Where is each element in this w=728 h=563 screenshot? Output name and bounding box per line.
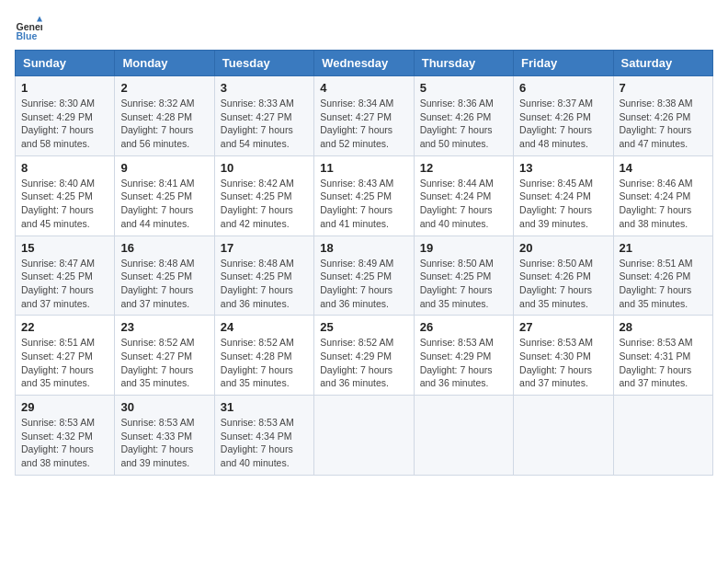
day-detail: Sunrise: 8:50 AMSunset: 4:25 PMDaylight:…	[420, 258, 494, 309]
calendar-week-row: 8 Sunrise: 8:40 AMSunset: 4:25 PMDayligh…	[16, 155, 713, 236]
calendar-day-cell: 8 Sunrise: 8:40 AMSunset: 4:25 PMDayligh…	[16, 155, 115, 236]
day-number: 17	[221, 241, 308, 255]
weekday-header: Wednesday	[314, 51, 414, 76]
day-detail: Sunrise: 8:51 AMSunset: 4:27 PMDaylight:…	[21, 337, 95, 388]
calendar-day-cell: 23 Sunrise: 8:52 AMSunset: 4:27 PMDaylig…	[115, 316, 214, 396]
day-number: 30	[120, 400, 208, 414]
day-detail: Sunrise: 8:53 AMSunset: 4:34 PMDaylight:…	[221, 417, 294, 468]
calendar-day-cell: 6 Sunrise: 8:37 AMSunset: 4:26 PMDayligh…	[514, 76, 613, 156]
day-number: 19	[420, 241, 507, 255]
header: General Blue	[15, 15, 713, 42]
weekday-header-row: SundayMondayTuesdayWednesdayThursdayFrid…	[16, 51, 713, 76]
day-detail: Sunrise: 8:48 AMSunset: 4:25 PMDaylight:…	[221, 258, 294, 309]
calendar-day-cell	[514, 396, 613, 476]
calendar-day-cell	[314, 396, 414, 476]
calendar-day-cell: 18 Sunrise: 8:49 AMSunset: 4:25 PMDaylig…	[314, 236, 414, 316]
calendar-day-cell: 9 Sunrise: 8:41 AMSunset: 4:25 PMDayligh…	[115, 155, 214, 236]
day-number: 20	[519, 241, 607, 255]
day-number: 23	[120, 320, 208, 334]
calendar-day-cell: 3 Sunrise: 8:33 AMSunset: 4:27 PMDayligh…	[214, 76, 313, 156]
calendar-day-cell: 29 Sunrise: 8:53 AMSunset: 4:32 PMDaylig…	[16, 396, 115, 476]
calendar-day-cell: 11 Sunrise: 8:43 AMSunset: 4:25 PMDaylig…	[314, 155, 414, 236]
calendar-day-cell: 21 Sunrise: 8:51 AMSunset: 4:26 PMDaylig…	[613, 236, 712, 316]
weekday-header: Thursday	[414, 51, 513, 76]
day-detail: Sunrise: 8:53 AMSunset: 4:30 PMDaylight:…	[519, 337, 593, 388]
day-detail: Sunrise: 8:52 AMSunset: 4:29 PMDaylight:…	[320, 337, 393, 388]
svg-marker-2	[37, 17, 42, 22]
logo: General Blue	[15, 15, 46, 42]
day-number: 3	[221, 81, 308, 95]
day-detail: Sunrise: 8:53 AMSunset: 4:31 PMDaylight:…	[620, 337, 693, 388]
day-number: 6	[519, 81, 607, 95]
day-detail: Sunrise: 8:46 AMSunset: 4:24 PMDaylight:…	[620, 178, 693, 229]
day-number: 24	[221, 320, 308, 334]
day-number: 14	[620, 161, 707, 175]
weekday-header: Friday	[514, 51, 613, 76]
day-number: 27	[519, 320, 607, 334]
calendar-day-cell: 12 Sunrise: 8:44 AMSunset: 4:24 PMDaylig…	[414, 155, 513, 236]
calendar-week-row: 22 Sunrise: 8:51 AMSunset: 4:27 PMDaylig…	[16, 316, 713, 396]
calendar-day-cell: 16 Sunrise: 8:48 AMSunset: 4:25 PMDaylig…	[115, 236, 214, 316]
day-number: 18	[320, 241, 407, 255]
day-detail: Sunrise: 8:41 AMSunset: 4:25 PMDaylight:…	[120, 178, 194, 229]
day-number: 7	[620, 81, 707, 95]
weekday-header: Sunday	[16, 51, 115, 76]
day-number: 2	[120, 81, 208, 95]
calendar-week-row: 29 Sunrise: 8:53 AMSunset: 4:32 PMDaylig…	[16, 396, 713, 476]
calendar-day-cell: 17 Sunrise: 8:48 AMSunset: 4:25 PMDaylig…	[214, 236, 313, 316]
calendar-day-cell: 19 Sunrise: 8:50 AMSunset: 4:25 PMDaylig…	[414, 236, 513, 316]
day-number: 29	[21, 400, 108, 414]
calendar-day-cell: 15 Sunrise: 8:47 AMSunset: 4:25 PMDaylig…	[16, 236, 115, 316]
day-detail: Sunrise: 8:49 AMSunset: 4:25 PMDaylight:…	[320, 258, 393, 309]
calendar-day-cell	[613, 396, 712, 476]
calendar-day-cell: 13 Sunrise: 8:45 AMSunset: 4:24 PMDaylig…	[514, 155, 613, 236]
day-detail: Sunrise: 8:37 AMSunset: 4:26 PMDaylight:…	[519, 98, 593, 149]
calendar-day-cell: 5 Sunrise: 8:36 AMSunset: 4:26 PMDayligh…	[414, 76, 513, 156]
weekday-header: Monday	[115, 51, 214, 76]
day-number: 5	[420, 81, 507, 95]
calendar-day-cell	[414, 396, 513, 476]
day-detail: Sunrise: 8:33 AMSunset: 4:27 PMDaylight:…	[221, 98, 294, 149]
calendar-day-cell: 1 Sunrise: 8:30 AMSunset: 4:29 PMDayligh…	[16, 76, 115, 156]
day-detail: Sunrise: 8:47 AMSunset: 4:25 PMDaylight:…	[21, 258, 95, 309]
day-detail: Sunrise: 8:43 AMSunset: 4:25 PMDaylight:…	[320, 178, 393, 229]
day-number: 11	[320, 161, 407, 175]
day-number: 25	[320, 320, 407, 334]
day-detail: Sunrise: 8:42 AMSunset: 4:25 PMDaylight:…	[221, 178, 294, 229]
calendar-week-row: 15 Sunrise: 8:47 AMSunset: 4:25 PMDaylig…	[16, 236, 713, 316]
calendar-day-cell: 22 Sunrise: 8:51 AMSunset: 4:27 PMDaylig…	[16, 316, 115, 396]
day-detail: Sunrise: 8:48 AMSunset: 4:25 PMDaylight:…	[120, 258, 194, 309]
day-number: 22	[21, 320, 108, 334]
day-number: 13	[519, 161, 607, 175]
day-number: 16	[120, 241, 208, 255]
day-detail: Sunrise: 8:34 AMSunset: 4:27 PMDaylight:…	[320, 98, 393, 149]
weekday-header: Tuesday	[214, 51, 313, 76]
day-number: 28	[620, 320, 707, 334]
day-detail: Sunrise: 8:53 AMSunset: 4:33 PMDaylight:…	[120, 417, 194, 468]
day-detail: Sunrise: 8:53 AMSunset: 4:29 PMDaylight:…	[420, 337, 494, 388]
day-detail: Sunrise: 8:40 AMSunset: 4:25 PMDaylight:…	[21, 178, 95, 229]
calendar-day-cell: 7 Sunrise: 8:38 AMSunset: 4:26 PMDayligh…	[613, 76, 712, 156]
logo-icon: General Blue	[15, 15, 42, 42]
calendar-day-cell: 25 Sunrise: 8:52 AMSunset: 4:29 PMDaylig…	[314, 316, 414, 396]
day-number: 8	[21, 161, 108, 175]
calendar-day-cell: 28 Sunrise: 8:53 AMSunset: 4:31 PMDaylig…	[613, 316, 712, 396]
calendar-day-cell: 14 Sunrise: 8:46 AMSunset: 4:24 PMDaylig…	[613, 155, 712, 236]
calendar-day-cell: 4 Sunrise: 8:34 AMSunset: 4:27 PMDayligh…	[314, 76, 414, 156]
calendar-day-cell: 20 Sunrise: 8:50 AMSunset: 4:26 PMDaylig…	[514, 236, 613, 316]
day-detail: Sunrise: 8:36 AMSunset: 4:26 PMDaylight:…	[420, 98, 494, 149]
day-detail: Sunrise: 8:53 AMSunset: 4:32 PMDaylight:…	[21, 417, 95, 468]
calendar-day-cell: 31 Sunrise: 8:53 AMSunset: 4:34 PMDaylig…	[214, 396, 313, 476]
day-detail: Sunrise: 8:45 AMSunset: 4:24 PMDaylight:…	[519, 178, 593, 229]
day-number: 12	[420, 161, 507, 175]
calendar-day-cell: 10 Sunrise: 8:42 AMSunset: 4:25 PMDaylig…	[214, 155, 313, 236]
calendar-day-cell: 2 Sunrise: 8:32 AMSunset: 4:28 PMDayligh…	[115, 76, 214, 156]
day-detail: Sunrise: 8:38 AMSunset: 4:26 PMDaylight:…	[620, 98, 693, 149]
day-detail: Sunrise: 8:51 AMSunset: 4:26 PMDaylight:…	[620, 258, 693, 309]
day-number: 21	[620, 241, 707, 255]
calendar-table: SundayMondayTuesdayWednesdayThursdayFrid…	[15, 50, 713, 476]
calendar-day-cell: 24 Sunrise: 8:52 AMSunset: 4:28 PMDaylig…	[214, 316, 313, 396]
day-number: 15	[21, 241, 108, 255]
day-number: 31	[221, 400, 308, 414]
day-detail: Sunrise: 8:32 AMSunset: 4:28 PMDaylight:…	[120, 98, 194, 149]
